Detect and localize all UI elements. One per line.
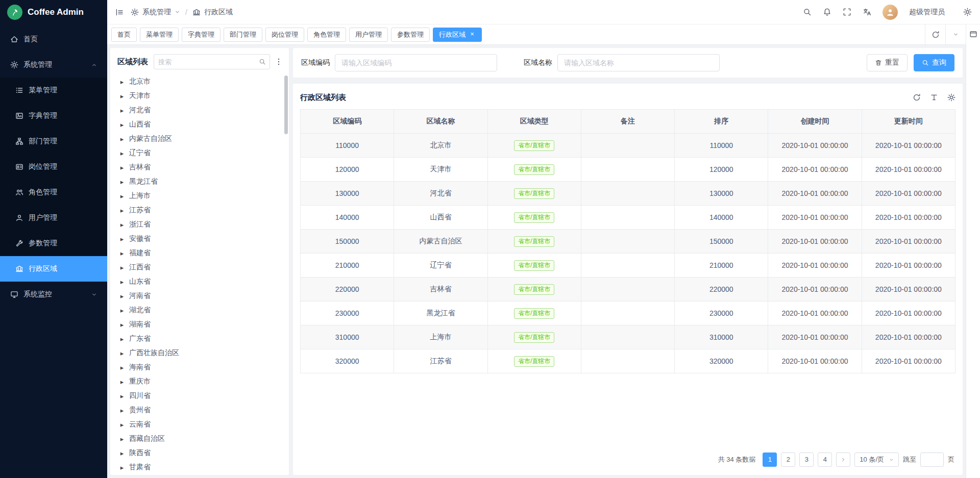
caret-right-icon[interactable] xyxy=(119,392,125,400)
table-row[interactable]: 220000 吉林省 省市/直辖市 220000 2020-10-01 00:0… xyxy=(301,278,955,301)
avatar[interactable] xyxy=(883,5,898,20)
caret-right-icon[interactable] xyxy=(119,449,125,457)
fullscreen-icon[interactable] xyxy=(843,8,851,16)
caret-right-icon[interactable] xyxy=(119,135,125,143)
refresh-tab-button[interactable] xyxy=(925,24,945,45)
tree-item[interactable]: 青海省 xyxy=(116,474,283,475)
tab[interactable]: 角色管理 xyxy=(307,28,346,42)
tab[interactable]: 参数管理 xyxy=(391,28,430,42)
sidebar-item-menu-management[interactable]: 菜单管理 xyxy=(0,78,107,103)
tab[interactable]: 用户管理 xyxy=(349,28,388,42)
caret-right-icon[interactable] xyxy=(119,106,125,114)
tree-item[interactable]: 江西省 xyxy=(116,260,283,274)
caret-right-icon[interactable] xyxy=(119,349,125,357)
caret-right-icon[interactable] xyxy=(119,292,125,300)
table-row[interactable]: 210000 辽宁省 省市/直辖市 210000 2020-10-01 00:0… xyxy=(301,254,955,278)
caret-right-icon[interactable] xyxy=(119,163,125,171)
tree-search-input[interactable] xyxy=(154,58,255,66)
tree-item[interactable]: 海南省 xyxy=(116,360,283,374)
tab-close-icon[interactable] xyxy=(469,31,476,38)
caret-right-icon[interactable] xyxy=(119,78,125,86)
caret-right-icon[interactable] xyxy=(119,120,125,129)
page-button[interactable]: 2 xyxy=(781,452,795,467)
tab[interactable]: 菜单管理 xyxy=(140,28,179,42)
tree-item[interactable]: 辽宁省 xyxy=(116,146,283,160)
tree-item[interactable]: 河南省 xyxy=(116,289,283,303)
caret-right-icon[interactable] xyxy=(119,220,125,229)
tab[interactable]: 字典管理 xyxy=(182,28,220,42)
caret-right-icon[interactable] xyxy=(119,92,125,100)
region-code-input[interactable] xyxy=(335,54,497,71)
sidebar-item-post-management[interactable]: 岗位管理 xyxy=(0,154,107,180)
username[interactable]: 超级管理员 xyxy=(909,8,945,17)
caret-right-icon[interactable] xyxy=(119,249,125,257)
reset-button[interactable]: 重置 xyxy=(867,54,908,71)
tab[interactable]: 岗位管理 xyxy=(265,28,304,42)
caret-right-icon[interactable] xyxy=(119,306,125,314)
tree-item[interactable]: 北京市 xyxy=(116,74,283,89)
breadcrumb-group[interactable]: 系统管理 xyxy=(142,8,171,17)
tree-item[interactable]: 黑龙江省 xyxy=(116,174,283,189)
jump-page-input[interactable] xyxy=(920,452,944,467)
sidebar-group-system[interactable]: 系统管理 xyxy=(0,52,107,78)
tree-item[interactable]: 广西壮族自治区 xyxy=(116,346,283,360)
settings-gear-icon[interactable] xyxy=(963,8,972,16)
search-button[interactable]: 查询 xyxy=(914,54,954,71)
tab[interactable]: 行政区域 xyxy=(433,28,482,42)
caret-right-icon[interactable] xyxy=(119,420,125,429)
sidebar-item-dict-management[interactable]: 字典管理 xyxy=(0,103,107,129)
tree-item[interactable]: 福建省 xyxy=(116,246,283,260)
page-button[interactable]: 4 xyxy=(818,452,832,467)
page-button[interactable]: 3 xyxy=(799,452,814,467)
caret-right-icon[interactable] xyxy=(119,406,125,414)
caret-right-icon[interactable] xyxy=(119,149,125,157)
tree-item[interactable]: 天津市 xyxy=(116,89,283,103)
column-settings-gear-icon[interactable] xyxy=(947,93,955,102)
sidebar-item-dept-management[interactable]: 部门管理 xyxy=(0,129,107,154)
tree-item[interactable]: 江苏省 xyxy=(116,203,283,217)
collapse-sidebar-icon[interactable] xyxy=(115,8,124,16)
panel-toggle-icon[interactable] xyxy=(969,30,977,38)
caret-right-icon[interactable] xyxy=(119,206,125,214)
sidebar-item-param-management[interactable]: 参数管理 xyxy=(0,231,107,256)
tree-item[interactable]: 甘肃省 xyxy=(116,460,283,474)
sidebar-group-monitor[interactable]: 系统监控 xyxy=(0,282,107,307)
tree-item[interactable]: 四川省 xyxy=(116,389,283,403)
bell-icon[interactable] xyxy=(823,8,831,16)
page-size-select[interactable]: 10 条/页 xyxy=(854,452,899,467)
tree-item[interactable]: 上海市 xyxy=(116,189,283,203)
caret-right-icon[interactable] xyxy=(119,278,125,286)
tab-options-button[interactable] xyxy=(945,24,966,45)
table-row[interactable]: 310000 上海市 省市/直辖市 310000 2020-10-01 00:0… xyxy=(301,325,955,349)
caret-right-icon[interactable] xyxy=(119,335,125,343)
caret-right-icon[interactable] xyxy=(119,320,125,329)
tree-item[interactable]: 广东省 xyxy=(116,332,283,346)
page-button[interactable]: 1 xyxy=(763,452,777,467)
caret-right-icon[interactable] xyxy=(119,378,125,386)
tree-item[interactable]: 吉林省 xyxy=(116,160,283,174)
tree-item[interactable]: 重庆市 xyxy=(116,374,283,389)
tree-more-button[interactable] xyxy=(275,58,283,66)
sidebar-item-region[interactable]: 行政区域 xyxy=(0,256,107,282)
tree-search-button[interactable] xyxy=(255,55,270,69)
search-icon[interactable] xyxy=(803,8,812,16)
next-page-button[interactable] xyxy=(836,452,850,467)
table-row[interactable]: 320000 江苏省 省市/直辖市 320000 2020-10-01 00:0… xyxy=(301,349,955,373)
caret-right-icon[interactable] xyxy=(119,363,125,371)
tree-item[interactable]: 安徽省 xyxy=(116,232,283,246)
sidebar-item-user-management[interactable]: 用户管理 xyxy=(0,205,107,231)
tree-item[interactable]: 西藏自治区 xyxy=(116,432,283,446)
refresh-icon[interactable] xyxy=(913,93,921,102)
table-row[interactable]: 110000 北京市 省市/直辖市 110000 2020-10-01 00:0… xyxy=(301,134,955,158)
caret-right-icon[interactable] xyxy=(119,235,125,243)
tree-item[interactable]: 河北省 xyxy=(116,103,283,117)
sidebar-item-role-management[interactable]: 角色管理 xyxy=(0,180,107,205)
tree-item[interactable]: 贵州省 xyxy=(116,403,283,417)
table-row[interactable]: 140000 山西省 省市/直辖市 140000 2020-10-01 00:0… xyxy=(301,206,955,230)
table-row[interactable]: 130000 河北省 省市/直辖市 130000 2020-10-01 00:0… xyxy=(301,182,955,206)
tab[interactable]: 部门管理 xyxy=(224,28,262,42)
tree-item[interactable]: 内蒙古自治区 xyxy=(116,132,283,146)
tree-item[interactable]: 湖南省 xyxy=(116,317,283,332)
tree-item[interactable]: 陕西省 xyxy=(116,446,283,460)
translate-icon[interactable] xyxy=(863,8,871,16)
